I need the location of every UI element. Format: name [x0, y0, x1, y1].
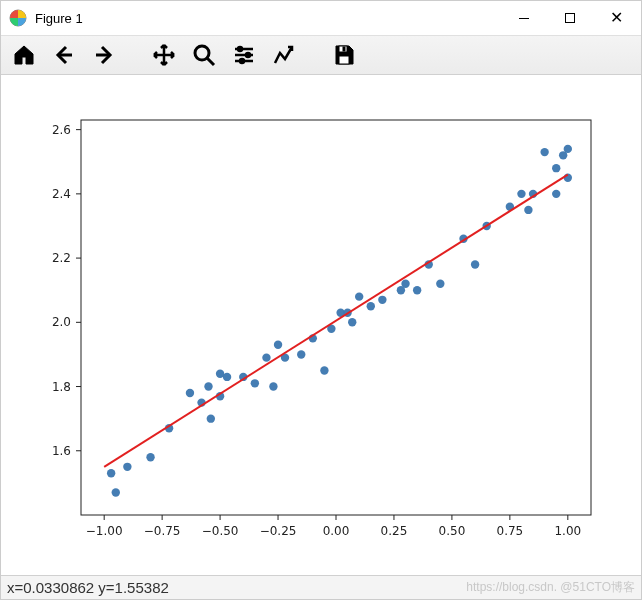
- forward-icon[interactable]: [89, 40, 119, 70]
- app-icon: [9, 9, 27, 27]
- window-minimize-button[interactable]: [501, 1, 547, 35]
- window-maximize-button[interactable]: [547, 1, 593, 35]
- svg-point-1: [195, 46, 209, 60]
- svg-point-63: [348, 318, 356, 326]
- svg-point-40: [112, 488, 120, 496]
- svg-point-76: [517, 190, 525, 198]
- svg-text:1.8: 1.8: [52, 380, 71, 394]
- window-titlebar: Figure 1 ✕: [1, 1, 641, 35]
- svg-text:−1.00: −1.00: [86, 524, 123, 538]
- svg-text:−0.75: −0.75: [144, 524, 181, 538]
- svg-point-69: [413, 286, 421, 294]
- svg-text:2.6: 2.6: [52, 123, 71, 137]
- window-close-button[interactable]: ✕: [593, 1, 639, 35]
- svg-point-80: [552, 190, 560, 198]
- svg-text:−0.25: −0.25: [260, 524, 297, 538]
- svg-text:2.0: 2.0: [52, 315, 71, 329]
- svg-point-44: [186, 389, 194, 397]
- watermark-text: https://blog.csdn. @51CTO博客: [466, 579, 635, 596]
- svg-text:−0.50: −0.50: [202, 524, 239, 538]
- svg-point-53: [262, 353, 270, 361]
- pan-icon[interactable]: [149, 40, 179, 70]
- zoom-icon[interactable]: [189, 40, 219, 70]
- svg-text:2.2: 2.2: [52, 251, 71, 265]
- svg-point-2: [238, 47, 242, 51]
- svg-point-65: [367, 302, 375, 310]
- svg-point-71: [436, 280, 444, 288]
- svg-rect-7: [343, 47, 345, 51]
- svg-point-81: [552, 164, 560, 172]
- svg-text:1.00: 1.00: [554, 524, 581, 538]
- svg-point-73: [471, 260, 479, 268]
- svg-point-59: [320, 366, 328, 374]
- svg-text:0.50: 0.50: [439, 524, 466, 538]
- save-icon[interactable]: [329, 40, 359, 70]
- svg-point-4: [240, 59, 244, 63]
- cursor-coordinates: x=0.0330862 y=1.55382: [7, 579, 169, 596]
- svg-point-50: [223, 373, 231, 381]
- matplotlib-toolbar: [1, 35, 641, 75]
- axes-edit-icon[interactable]: [269, 40, 299, 70]
- svg-point-47: [207, 414, 215, 422]
- svg-point-55: [274, 341, 282, 349]
- svg-point-66: [378, 296, 386, 304]
- svg-text:0.00: 0.00: [323, 524, 350, 538]
- svg-text:1.6: 1.6: [52, 444, 71, 458]
- svg-point-52: [251, 379, 259, 387]
- svg-point-3: [246, 53, 250, 57]
- plot-canvas[interactable]: −1.00−0.75−0.50−0.250.000.250.500.751.00…: [1, 75, 641, 575]
- scatter-plot: −1.00−0.75−0.50−0.250.000.250.500.751.00…: [1, 75, 641, 573]
- svg-point-46: [204, 382, 212, 390]
- home-icon[interactable]: [9, 40, 39, 70]
- svg-text:2.4: 2.4: [52, 187, 71, 201]
- svg-point-84: [564, 145, 572, 153]
- window-title: Figure 1: [35, 11, 83, 26]
- svg-text:0.75: 0.75: [497, 524, 524, 538]
- svg-point-39: [107, 469, 115, 477]
- svg-point-77: [524, 206, 532, 214]
- svg-rect-8: [81, 120, 591, 515]
- svg-rect-6: [339, 56, 349, 64]
- back-icon[interactable]: [49, 40, 79, 70]
- svg-text:0.25: 0.25: [381, 524, 408, 538]
- svg-point-68: [401, 280, 409, 288]
- svg-point-42: [146, 453, 154, 461]
- statusbar: x=0.0330862 y=1.55382 https://blog.csdn.…: [1, 575, 641, 599]
- svg-point-41: [123, 463, 131, 471]
- configure-icon[interactable]: [229, 40, 259, 70]
- svg-point-54: [269, 382, 277, 390]
- svg-point-64: [355, 292, 363, 300]
- svg-point-79: [540, 148, 548, 156]
- svg-point-57: [297, 350, 305, 358]
